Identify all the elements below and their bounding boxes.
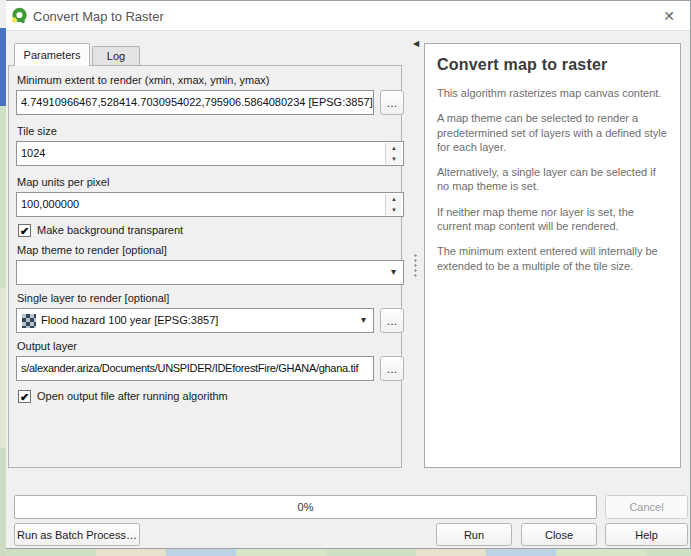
progress-bar: 0% [14,495,597,519]
cancel-button[interactable]: Cancel [605,495,688,519]
transparent-checkbox[interactable]: ✔ [18,224,31,237]
progress-value: 0% [15,496,596,518]
spinner-up-icon[interactable]: ▲ [386,143,402,154]
convert-map-to-raster-dialog: Convert Map to Raster ✕ Parameters Log M… [6,0,691,549]
single-layer-select[interactable]: Flood hazard 100 year [EPSG:3857] ▾ [16,308,374,333]
map-theme-label: Map theme to render [optional] [17,244,167,256]
extent-input[interactable]: 4.74910966467,528414.7030954022,795906.5… [16,90,374,115]
panel-splitter[interactable] [408,43,422,468]
help-paragraph: A map theme can be selected to render a … [437,111,668,154]
map-units-input[interactable]: 100,000000 ▲▼ [16,192,404,217]
tab-parameters[interactable]: Parameters [14,43,90,66]
screen: Convert Map to Raster ✕ Parameters Log M… [0,0,691,556]
spinner-up-icon[interactable]: ▲ [386,194,402,205]
tab-log[interactable]: Log [92,46,140,66]
chevron-down-icon: ▾ [361,314,366,325]
open-output-checkbox-row: ✔ Open output file after running algorit… [18,390,398,404]
help-paragraph: If neither map theme nor layer is set, t… [437,205,668,234]
single-layer-value: Flood hazard 100 year [EPSG:3857] [41,309,353,332]
help-button[interactable]: Help [605,523,688,546]
map-theme-select[interactable]: ▾ [16,260,404,285]
transparent-checkbox-label: Make background transparent [37,224,183,237]
check-icon: ✔ [20,225,29,237]
map-units-spinner: ▲▼ [385,194,402,215]
title-bar[interactable]: Convert Map to Raster ✕ [6,1,690,31]
output-layer-browse-button[interactable]: … [380,356,404,381]
extent-browse-button[interactable]: … [380,90,404,115]
tile-size-input[interactable]: 1024 ▲▼ [16,141,404,166]
raster-layer-icon [22,314,36,328]
spinner-down-icon[interactable]: ▼ [386,205,402,216]
map-units-value: 100,000000 [21,198,79,210]
run-as-batch-button[interactable]: Run as Batch Process… [14,523,140,546]
help-paragraph: This algorithm rasterizes map canvas con… [437,86,668,100]
close-button[interactable]: Close [521,523,597,546]
single-layer-browse-button[interactable]: … [380,308,404,333]
window-title: Convert Map to Raster [33,9,164,24]
output-layer-label: Output layer [17,340,77,352]
parameters-panel: Minimum extent to render (xmin, xmax, ym… [8,65,402,468]
tile-size-label: Tile size [17,125,57,137]
output-layer-input[interactable]: s/alexander.ariza/Documents/UNSPIDER/IDE… [16,356,374,381]
tile-size-spinner: ▲▼ [385,143,402,164]
check-icon: ✔ [20,391,29,403]
help-paragraph: The minimum extent entered will internal… [437,244,668,273]
spinner-down-icon[interactable]: ▼ [386,154,402,165]
help-paragraph: Alternatively, a single layer can be sel… [437,165,668,194]
single-layer-label: Single layer to render [optional] [17,292,169,304]
extent-label: Minimum extent to render (xmin, xmax, ym… [17,74,269,86]
run-button[interactable]: Run [436,523,512,546]
qgis-logo-icon [11,7,28,24]
splitter-handle-dots [414,253,417,277]
help-panel: Convert map to raster This algorithm ras… [424,43,681,468]
open-output-checkbox-label: Open output file after running algorithm [37,390,228,403]
open-output-checkbox[interactable]: ✔ [18,390,31,403]
transparent-checkbox-row: ✔ Make background transparent [18,224,398,238]
tile-size-value: 1024 [21,147,45,159]
close-window-icon[interactable]: ✕ [660,7,678,25]
help-title: Convert map to raster [437,56,668,74]
background-map-sliver-bottom [6,549,691,556]
map-units-label: Map units per pixel [17,176,109,188]
chevron-down-icon: ▾ [391,266,396,277]
